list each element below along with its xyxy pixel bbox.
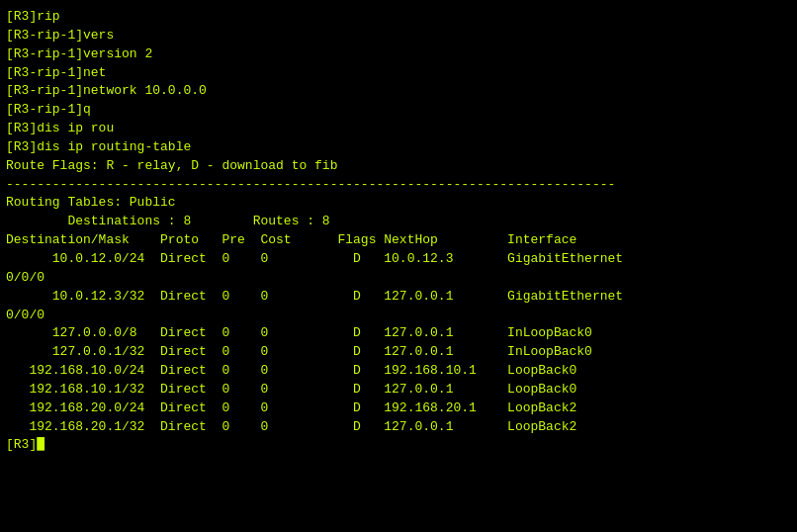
table-row: 192.168.20.1/32 Direct 0 0 D 127.0.0.1 L…: [6, 418, 791, 437]
table-row-wrap: 0/0/0: [6, 307, 791, 325]
terminal-line: [R3]dis ip routing-table: [6, 138, 791, 157]
table-row: 192.168.20.0/24 Direct 0 0 D 192.168.20.…: [6, 399, 791, 418]
table-row: 10.0.12.3/32 Direct 0 0 D 127.0.0.1 Giga…: [6, 288, 791, 307]
terminal-line: [R3]rip: [6, 8, 791, 27]
terminal-line: [R3-rip-1]version 2: [6, 45, 791, 64]
table-row-wrap: 0/0/0: [6, 269, 791, 288]
table-row: 127.0.0.1/32 Direct 0 0 D 127.0.0.1 InLo…: [6, 343, 791, 362]
terminal-line: Destination/Mask Proto Pre Cost Flags Ne…: [6, 231, 791, 250]
terminal-output: [R3]rip[R3-rip-1]vers[R3-rip-1]version 2…: [6, 8, 791, 455]
terminal-line: [R3]dis ip rou: [6, 120, 791, 138]
table-row: 10.0.12.0/24 Direct 0 0 D 10.0.12.3 Giga…: [6, 250, 791, 269]
terminal-line: [R3-rip-1]network 10.0.0.0: [6, 82, 791, 101]
terminal-line: Destinations : 8 Routes : 8: [6, 213, 791, 231]
terminal-line: [R3-rip-1]net: [6, 64, 791, 83]
terminal-line: Routing Tables: Public: [6, 194, 791, 213]
terminal-prompt[interactable]: [R3]█: [6, 436, 791, 455]
table-row: 192.168.10.1/32 Direct 0 0 D 127.0.0.1 L…: [6, 381, 791, 399]
terminal-line: [R3-rip-1]q: [6, 101, 791, 120]
terminal-line: Route Flags: R - relay, D - download to …: [6, 157, 791, 176]
terminal-line: ----------------------------------------…: [6, 176, 791, 195]
table-row: 127.0.0.0/8 Direct 0 0 D 127.0.0.1 InLoo…: [6, 324, 791, 343]
table-row: 192.168.10.0/24 Direct 0 0 D 192.168.10.…: [6, 362, 791, 381]
terminal-line: [R3-rip-1]vers: [6, 27, 791, 45]
